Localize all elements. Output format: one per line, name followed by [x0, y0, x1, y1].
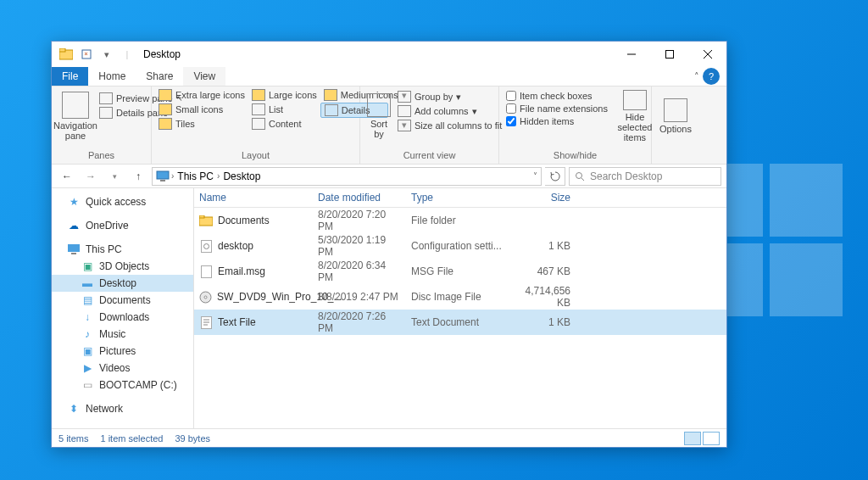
layout-tiles[interactable]: Tiles [155, 117, 248, 131]
svg-rect-10 [199, 215, 204, 218]
navigation-pane: ★Quick access ☁OneDrive This PC ▣3D Obje… [52, 188, 194, 428]
file-icon [199, 265, 213, 278]
close-button[interactable] [688, 42, 726, 67]
file-row[interactable]: SW_DVD9_Win_Pro_10_... 8/8/2019 2:47 PM … [194, 284, 726, 310]
file-icon [199, 239, 213, 253]
titlebar[interactable]: ▾ | Desktop [52, 42, 726, 67]
hidden-items-toggle[interactable]: Hidden items [503, 115, 611, 127]
svg-rect-8 [71, 253, 76, 254]
breadcrumb-desktop[interactable]: Desktop [221, 170, 262, 182]
add-columns-button[interactable]: Add columns ▾ [394, 104, 505, 118]
divider-icon: | [118, 45, 136, 64]
column-date[interactable]: Date modified [313, 192, 406, 204]
svg-rect-3 [665, 51, 673, 59]
address-dropdown-icon[interactable]: ˅ [533, 171, 537, 181]
svg-rect-4 [157, 171, 169, 179]
disc-icon [199, 290, 212, 304]
tab-view[interactable]: View [183, 67, 225, 86]
video-icon: ▶ [81, 361, 94, 375]
svg-point-6 [576, 172, 582, 178]
text-file-icon [199, 315, 213, 329]
folder-icon [57, 45, 75, 64]
minimize-button[interactable] [612, 42, 650, 67]
help-icon[interactable]: ? [703, 68, 720, 85]
pc-icon [156, 170, 170, 182]
nav-music[interactable]: ♪Music [52, 326, 193, 343]
nav-quick-access[interactable]: ★Quick access [52, 193, 193, 210]
nav-desktop[interactable]: ▬Desktop [52, 275, 193, 292]
tab-home[interactable]: Home [88, 67, 136, 86]
item-checkboxes-toggle[interactable]: Item check boxes [503, 90, 611, 102]
sort-by-button[interactable]: Sort by [364, 88, 394, 144]
ribbon-tabs: File Home Share View ˄ ? [52, 67, 726, 87]
svg-rect-11 [201, 240, 211, 252]
back-button[interactable]: ← [57, 166, 77, 187]
file-list: Name Date modified Type Size Documents 8… [194, 188, 726, 428]
document-icon: ▤ [81, 293, 94, 307]
show-hide-group-label: Show/hide [503, 148, 648, 162]
nav-pictures[interactable]: ▣Pictures [52, 343, 193, 360]
recent-locations-button[interactable]: ▾ [104, 166, 125, 187]
nav-bootcamp[interactable]: ▭BOOTCAMP (C:) [52, 377, 193, 393]
column-size[interactable]: Size [508, 192, 576, 204]
file-row[interactable]: Documents 8/20/2020 7:20 PM File folder [194, 208, 726, 233]
columns-header[interactable]: Name Date modified Type Size [194, 188, 726, 208]
ribbon-chevron-icon[interactable]: ˄ [694, 71, 699, 82]
layout-extra-large[interactable]: Extra large icons [155, 88, 248, 102]
status-selected-count: 1 item selected [100, 433, 163, 444]
size-columns-button[interactable]: Size all columns to fit [394, 119, 505, 132]
status-item-count: 5 items [58, 433, 88, 444]
thumbnails-view-toggle[interactable] [703, 432, 720, 445]
ribbon: Navigation pane Preview pane↖ Details pa… [52, 87, 726, 165]
current-view-group-label: Current view [364, 148, 495, 162]
pc-icon [67, 243, 81, 256]
up-button[interactable]: ↑ [128, 166, 148, 187]
file-extensions-toggle[interactable]: File name extensions [503, 103, 611, 114]
svg-rect-13 [201, 265, 211, 277]
tab-file[interactable]: File [52, 67, 88, 86]
nav-3d-objects[interactable]: ▣3D Objects [52, 258, 193, 275]
chevron-right-icon[interactable]: › [171, 171, 174, 181]
navigation-pane-button[interactable]: Navigation pane [55, 88, 96, 144]
column-name[interactable]: Name [194, 192, 313, 204]
picture-icon: ▣ [81, 344, 94, 358]
qat-properties-icon[interactable] [77, 45, 96, 64]
forward-button[interactable]: → [81, 166, 101, 187]
address-bar: ← → ▾ ↑ › This PC › Desktop ˅ Search Des… [52, 165, 726, 188]
nav-this-pc[interactable]: This PC [52, 241, 193, 258]
drive-icon: ▭ [81, 378, 94, 392]
file-row[interactable]: Text File 8/20/2020 7:26 PM Text Documen… [194, 310, 726, 335]
nav-downloads[interactable]: ↓Downloads [52, 309, 193, 326]
breadcrumb[interactable]: › This PC › Desktop ˅ [152, 167, 542, 186]
nav-network[interactable]: ⬍Network [52, 400, 193, 417]
search-input[interactable]: Search Desktop [569, 167, 721, 186]
tab-share[interactable]: Share [136, 67, 183, 86]
nav-videos[interactable]: ▶Videos [52, 360, 193, 377]
layout-list[interactable]: List [248, 103, 320, 116]
nav-documents[interactable]: ▤Documents [52, 292, 193, 309]
svg-point-15 [204, 296, 207, 299]
layout-large-icons[interactable]: Large icons [248, 88, 320, 102]
options-button[interactable]: Options [655, 88, 696, 144]
details-view-toggle[interactable] [684, 432, 701, 445]
layout-content[interactable]: Content [248, 117, 320, 131]
nav-onedrive[interactable]: ☁OneDrive [52, 217, 193, 234]
download-icon: ↓ [81, 310, 94, 324]
file-row[interactable]: desktop 5/30/2020 1:19 PM Configuration … [194, 233, 726, 259]
music-icon: ♪ [81, 327, 94, 341]
star-icon: ★ [67, 195, 81, 209]
breadcrumb-this-pc[interactable]: This PC [175, 170, 215, 182]
status-bytes: 39 bytes [175, 433, 210, 444]
panes-group-label: Panes [55, 148, 147, 162]
file-row[interactable]: Email.msg 8/20/2020 6:34 PM MSG File 467… [194, 259, 726, 284]
group-by-button[interactable]: Group by ▾ [394, 90, 505, 103]
column-type[interactable]: Type [406, 192, 508, 204]
cloud-icon: ☁ [67, 219, 81, 232]
layout-small-icons[interactable]: Small icons [155, 103, 248, 116]
network-icon: ⬍ [67, 402, 81, 416]
svg-rect-5 [160, 180, 165, 181]
maximize-button[interactable] [650, 42, 688, 67]
refresh-button[interactable] [545, 167, 565, 186]
chevron-right-icon[interactable]: › [217, 171, 220, 181]
qat-dropdown-icon[interactable]: ▾ [97, 45, 116, 64]
